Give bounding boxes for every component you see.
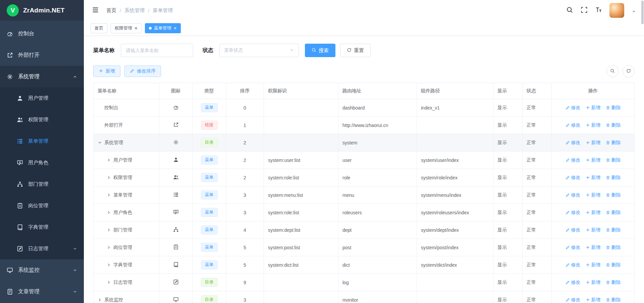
row-expand-toggle[interactable] — [107, 210, 111, 215]
refresh-table-button[interactable] — [623, 65, 635, 77]
edit-link[interactable]: 修改 — [566, 122, 581, 128]
sidebar-item-dashboard[interactable]: 控制台 — [0, 23, 84, 44]
tree-cell: 外部打开 — [98, 122, 155, 128]
add-link[interactable]: 新增 — [586, 157, 601, 163]
sidebar-item-gear[interactable]: 系统管理 — [0, 66, 84, 87]
add-link[interactable]: 新增 — [586, 122, 601, 128]
edit-link[interactable]: 修改 — [566, 105, 581, 111]
edit-link[interactable]: 修改 — [566, 175, 581, 181]
add-link[interactable]: 新增 — [586, 210, 601, 216]
add-link[interactable]: 新增 — [586, 105, 601, 111]
menu-name-text: 部门管理 — [113, 227, 132, 233]
search-button[interactable]: 搜索 — [305, 44, 335, 57]
sidebar-item-user[interactable]: 用户管理 — [0, 87, 84, 109]
sidebar-item-menu-list[interactable]: 菜单管理 — [0, 130, 84, 152]
breadcrumb-item[interactable]: 首页 — [106, 7, 116, 14]
row-expand-toggle[interactable] — [107, 245, 111, 250]
delete-link[interactable]: 删除 — [606, 105, 621, 111]
action-label: 新增 — [591, 140, 601, 146]
add-link[interactable]: 新增 — [586, 227, 601, 233]
add-link[interactable]: 新增 — [586, 175, 601, 181]
app-logo[interactable]: V ZrAdmin.NET — [0, 0, 84, 21]
edit-link[interactable]: 修改 — [566, 245, 581, 251]
delete-link[interactable]: 删除 — [606, 175, 621, 181]
row-expand-toggle[interactable] — [107, 228, 111, 232]
tab-item[interactable]: 菜单管理× — [145, 23, 181, 33]
add-link[interactable]: 新增 — [586, 279, 601, 286]
header-search-button[interactable] — [566, 6, 573, 14]
delete-link[interactable]: 删除 — [606, 245, 621, 251]
scrollbar[interactable] — [641, 0, 644, 303]
delete-link[interactable]: 删除 — [606, 227, 621, 233]
add-link[interactable]: 新增 — [586, 245, 601, 251]
add-link[interactable]: 新增 — [586, 192, 601, 198]
collapse-sidebar-button[interactable] — [92, 6, 99, 14]
edit-link[interactable]: 修改 — [566, 297, 581, 303]
row-expand-toggle[interactable] — [107, 193, 111, 197]
delete-link[interactable]: 删除 — [606, 140, 621, 146]
delete-link[interactable]: 删除 — [606, 157, 621, 163]
add-link[interactable]: 新增 — [586, 297, 601, 303]
table-body: 控制台菜单0dashboardindex_v1显示正常修改新增删除外部打开链接1… — [94, 99, 635, 303]
delete-link[interactable]: 删除 — [606, 122, 621, 128]
fullscreen-button[interactable] — [581, 6, 588, 14]
row-expand-toggle[interactable] — [107, 175, 111, 180]
sidebar-item-users[interactable]: 权限管理 — [0, 109, 84, 130]
sidebar-item-org-tree[interactable]: 部门管理 — [0, 173, 84, 195]
delete-link[interactable]: 删除 — [606, 210, 621, 216]
edit-icon — [566, 280, 570, 285]
menu-name-input[interactable] — [121, 44, 193, 57]
cell-component — [417, 291, 493, 303]
tab-close-icon[interactable]: × — [174, 26, 177, 31]
delete-link[interactable]: 删除 — [606, 262, 621, 268]
edit-link[interactable]: 修改 — [566, 157, 581, 163]
tab-item[interactable]: 首页 — [91, 23, 107, 33]
sidebar-item-dictionary[interactable]: 字典管理 — [0, 216, 84, 238]
cell-component: system/dict/index — [417, 256, 493, 274]
row-expand-toggle[interactable] — [107, 158, 111, 162]
user-avatar[interactable] — [609, 3, 624, 18]
action-label: 删除 — [611, 105, 621, 111]
row-expand-toggle[interactable] — [107, 280, 111, 285]
reset-button[interactable]: 重置 — [340, 44, 371, 57]
cell-type: 菜单 — [193, 152, 226, 169]
column-header: 菜单名称 — [94, 83, 159, 99]
row-expand-toggle[interactable] — [98, 298, 102, 302]
caret-down-icon-wrap — [632, 9, 636, 15]
edit-link[interactable]: 修改 — [566, 262, 581, 268]
column-header: 图标 — [159, 83, 193, 99]
sidebar-item-log[interactable]: 日志管理 — [0, 238, 84, 259]
edit-link[interactable]: 修改 — [566, 192, 581, 198]
sidebar-item-external-link[interactable]: 外部打开 — [0, 44, 84, 66]
edit-link[interactable]: 修改 — [566, 140, 581, 146]
sidebar-item-user-role[interactable]: 用户角色 — [0, 152, 84, 173]
font-size-button[interactable] — [595, 6, 602, 14]
tab-close-icon[interactable]: × — [135, 26, 138, 31]
sidebar-item-monitor[interactable]: 系统监控 — [0, 259, 84, 281]
add-button[interactable]: 新增 — [93, 66, 120, 77]
breadcrumb-item[interactable]: 系统管理 — [124, 7, 145, 14]
edit-sort-button[interactable]: 修改排序 — [124, 66, 161, 77]
plus-icon — [586, 140, 590, 145]
row-expand-toggle[interactable] — [107, 263, 111, 267]
sidebar-item-id-badge[interactable]: 岗位管理 — [0, 195, 84, 216]
tree-cell: 系统管理 — [98, 140, 155, 146]
edit-link[interactable]: 修改 — [566, 210, 581, 216]
edit-link[interactable]: 修改 — [566, 227, 581, 233]
user-menu-caret[interactable] — [632, 9, 636, 15]
cell-actions: 修改新增删除 — [552, 239, 635, 256]
show-search-button[interactable] — [606, 65, 619, 77]
scrollbar-thumb[interactable] — [641, 1, 644, 24]
status-select[interactable]: 菜单状态 — [219, 44, 299, 57]
sidebar-item-article[interactable]: 文章管理 — [0, 281, 84, 302]
row-expand-toggle[interactable] — [98, 140, 102, 145]
edit-link[interactable]: 修改 — [566, 279, 581, 286]
delete-link[interactable]: 删除 — [606, 192, 621, 198]
row-actions: 修改新增删除 — [556, 175, 630, 181]
delete-link[interactable]: 删除 — [606, 279, 621, 286]
add-link[interactable]: 新增 — [586, 140, 601, 146]
add-link[interactable]: 新增 — [586, 262, 601, 268]
delete-link[interactable]: 删除 — [606, 297, 621, 303]
trash-icon — [606, 158, 610, 162]
tab-item[interactable]: 权限管理× — [111, 23, 142, 33]
